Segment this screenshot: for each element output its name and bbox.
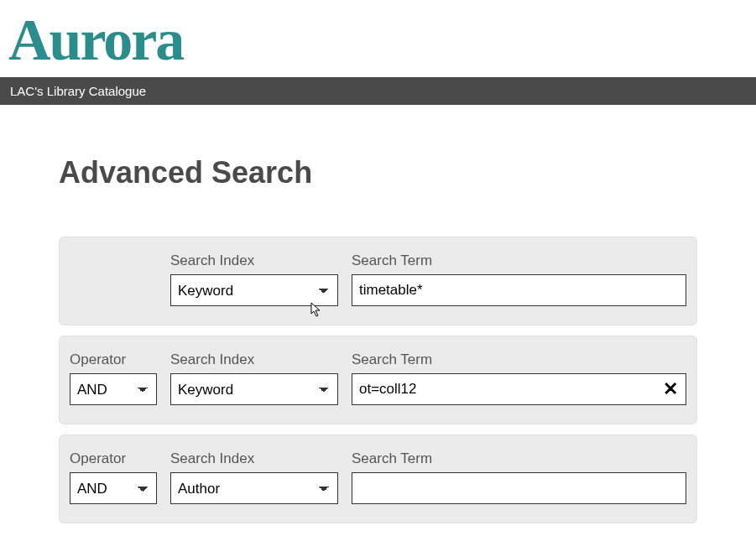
search-term-input-2[interactable] — [352, 373, 686, 405]
search-index-select-2[interactable]: Keyword — [170, 373, 338, 405]
page-title: Advanced Search — [59, 155, 697, 190]
operator-group-3: Operator AND — [70, 450, 157, 504]
term-label: Search Term — [352, 450, 686, 467]
index-group-2: Search Index Keyword — [170, 351, 338, 405]
search-row-1: Search Index Keyword Search Term — [59, 237, 697, 325]
operator-group-2: Operator AND — [70, 351, 157, 405]
search-term-input-1[interactable] — [352, 274, 686, 306]
search-index-select-3[interactable]: Author — [170, 472, 338, 504]
term-label: Search Term — [352, 351, 686, 368]
search-row-2: Operator AND Search Index Keyword Search… — [59, 336, 697, 424]
search-row-3: Operator AND Search Index Author Search … — [59, 435, 697, 523]
content-area: Advanced Search Search Index Keyword Sea… — [0, 105, 756, 557]
index-group-1: Search Index Keyword — [170, 252, 338, 306]
index-group-3: Search Index Author — [170, 450, 338, 504]
term-group-3: Search Term — [352, 450, 686, 504]
logo-text: Aurora — [8, 8, 183, 72]
operator-select-2[interactable]: AND — [70, 373, 157, 405]
clear-icon[interactable]: ✕ — [660, 378, 681, 400]
nav-bar: LAC's Library Catalogue — [0, 77, 756, 105]
term-group-1: Search Term — [352, 252, 686, 306]
search-term-input-3[interactable] — [352, 472, 686, 504]
term-label: Search Term — [352, 252, 686, 269]
operator-label: Operator — [70, 351, 157, 368]
term-group-2: Search Term ✕ — [352, 351, 686, 405]
index-label: Search Index — [170, 450, 338, 467]
operator-select-3[interactable]: AND — [70, 472, 157, 504]
operator-label: Operator — [70, 450, 157, 467]
search-index-select-1[interactable]: Keyword — [170, 274, 338, 306]
index-label: Search Index — [170, 351, 338, 368]
index-label: Search Index — [170, 252, 338, 269]
logo: Aurora — [0, 0, 756, 77]
nav-title[interactable]: LAC's Library Catalogue — [10, 84, 146, 98]
